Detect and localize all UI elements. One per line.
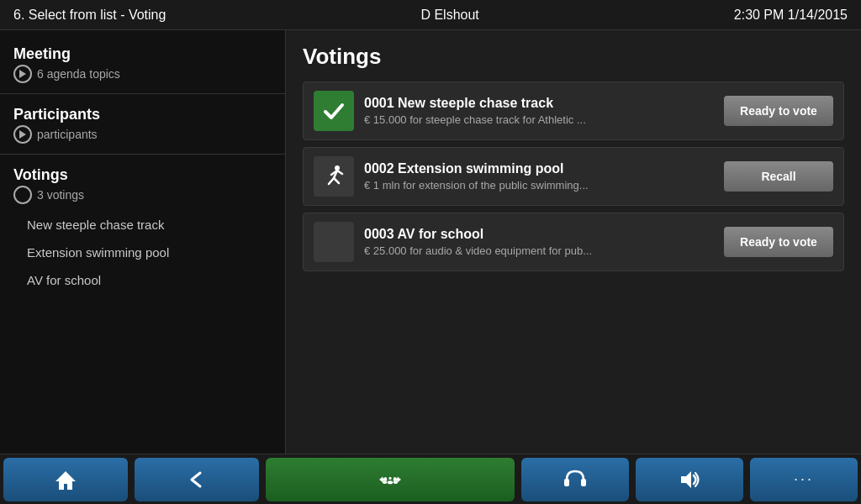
- voting-desc-0001: € 15.000 for steeple chase track for Ath…: [364, 113, 714, 126]
- sidebar-participants-title: Participants: [13, 106, 272, 123]
- svg-line-2: [329, 178, 334, 184]
- header: 6. Select from list - Voting D Elshout 2…: [0, 0, 861, 30]
- svg-marker-15: [681, 471, 691, 488]
- recall-btn-0002[interactable]: Recall: [724, 161, 833, 192]
- home-button[interactable]: [3, 458, 128, 501]
- participants-play-icon: [13, 125, 32, 144]
- voting-info-0001: 0001 New steeple chase track € 15.000 fo…: [364, 96, 714, 126]
- sidebar-meeting-title: Meeting: [13, 45, 272, 63]
- votings-down-icon: [13, 186, 32, 204]
- voting-info-0003: 0003 AV for school € 25.000 for audio & …: [364, 227, 714, 257]
- back-button[interactable]: [135, 458, 259, 501]
- sidebar-section-meeting: Meeting 6 agenda topics: [0, 37, 285, 90]
- svg-rect-13: [564, 479, 569, 486]
- header-datetime: 2:30 PM 1/14/2015: [734, 8, 848, 23]
- voting-item-0003: 0003 AV for school € 25.000 for audio & …: [303, 213, 844, 271]
- header-title: 6. Select from list - Voting: [13, 8, 166, 23]
- more-dots: ···: [794, 470, 814, 488]
- page-title: Votings: [303, 44, 844, 70]
- sidebar-section-participants: Participants participants: [0, 97, 285, 150]
- voting-item-0002: 0002 Extension swimming pool € 1 mln for…: [303, 147, 844, 206]
- voting-title-0001: 0001 New steeple chase track: [364, 96, 714, 111]
- voting-icon-empty: [314, 222, 354, 262]
- sidebar-meeting-sub[interactable]: 6 agenda topics: [13, 63, 272, 87]
- speaker-button[interactable]: [636, 458, 743, 501]
- header-user: D Elshout: [420, 8, 478, 23]
- svg-rect-14: [581, 479, 586, 486]
- center-action-button[interactable]: [266, 458, 515, 501]
- content-area: Votings 0001 New steeple chase track € 1…: [286, 30, 861, 454]
- voting-icon-check: [314, 91, 354, 131]
- svg-point-10: [393, 480, 398, 484]
- voting-icon-runner: [314, 156, 354, 197]
- headset-button[interactable]: [521, 458, 629, 501]
- sidebar-section-votings: Votings 3 votings: [0, 158, 285, 211]
- voting-desc-0003: € 25.000 for audio & video equipment for…: [364, 244, 714, 257]
- voting-title-0003: 0003 AV for school: [364, 227, 714, 242]
- sidebar-item-ext-swimming[interactable]: Extension swimming pool: [13, 239, 285, 266]
- svg-point-11: [384, 477, 387, 480]
- ready-to-vote-btn-0001[interactable]: Ready to vote: [724, 96, 833, 126]
- sidebar: Meeting 6 agenda topics Participants par…: [0, 30, 286, 454]
- voting-item-0001: 0001 New steeple chase track € 15.000 fo…: [303, 81, 844, 140]
- sidebar-votings-title: Votings: [13, 166, 272, 184]
- svg-line-5: [337, 171, 342, 174]
- voting-desc-0002: € 1 mln for extension of the public swim…: [364, 179, 714, 192]
- sidebar-item-av-school[interactable]: AV for school: [13, 266, 285, 294]
- voting-title-0002: 0002 Extension swimming pool: [364, 161, 714, 176]
- sidebar-item-new-steeple[interactable]: New steeple chase track: [13, 211, 285, 239]
- voting-info-0002: 0002 Extension swimming pool € 1 mln for…: [364, 161, 714, 192]
- toolbar: ···: [0, 454, 861, 504]
- svg-point-8: [387, 480, 392, 484]
- svg-marker-6: [55, 471, 76, 490]
- svg-line-3: [334, 178, 339, 183]
- ready-to-vote-btn-0003[interactable]: Ready to vote: [724, 227, 833, 257]
- sidebar-participants-sub[interactable]: participants: [13, 123, 272, 147]
- svg-point-12: [382, 480, 387, 484]
- more-button[interactable]: ···: [750, 458, 858, 501]
- main-layout: Meeting 6 agenda topics Participants par…: [0, 30, 861, 454]
- sidebar-votings-sub[interactable]: 3 votings: [13, 184, 272, 207]
- meeting-play-icon: [13, 65, 32, 83]
- svg-point-7: [388, 476, 391, 479]
- sidebar-sub-items: New steeple chase track Extension swimmi…: [0, 211, 285, 294]
